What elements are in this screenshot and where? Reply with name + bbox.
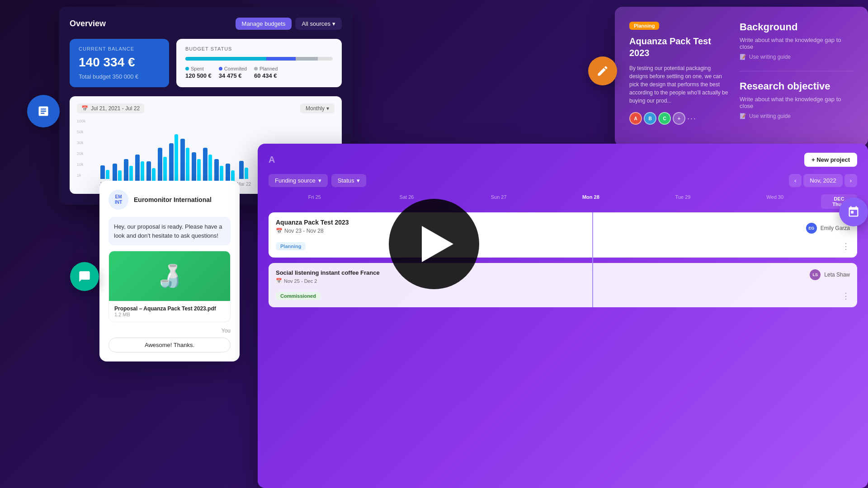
project-1-menu[interactable]: ⋮ [842,241,850,251]
project-1-title: Aquanza Pack Test 2023 [276,219,349,226]
status-filter[interactable]: Status ▾ [331,174,367,187]
chat-icon [78,270,91,283]
float-icon-reports[interactable] [27,95,60,127]
float-icon-edit[interactable] [588,56,617,85]
avatar-1: A [629,112,642,125]
project-title: Aquanza Pack Test 2023 [629,35,729,59]
day-sun27: Sun 27 [453,194,545,209]
day-wed30: Wed 30 [729,194,821,209]
project-card-2: Social listening instant coffee France 📅… [269,263,857,307]
prev-month-button[interactable]: ‹ [789,174,802,187]
gantt-title: A [269,155,275,165]
chat-message: Hey, our proposal is ready. Please have … [108,217,231,245]
legend-planned: Planned 60 434 € [254,66,278,79]
reply-button[interactable]: Awesome! Thanks. [108,338,231,352]
gantt-body: Aquanza Pack Test 2023 📅 Nov 23 - Nov 28… [269,212,857,307]
assignee-avatar-2: LS [810,269,821,280]
overview-title: Overview [70,19,106,28]
attachment-name: Proposal – Aquanza Pack Test 2023.pdf [114,305,225,312]
project-2-menu[interactable]: ⋮ [842,291,850,301]
overview-header: Overview Manage budgets All sources ▾ [70,18,342,30]
manage-budgets-button[interactable]: Manage budgets [236,18,292,30]
balance-section: CURRENT BALANCE 140 334 € Total budget 3… [70,39,342,87]
legend-spent: Spent 120 500 € [185,66,212,79]
date-range-badge: 📅 Jul 21, 2021 - Jul 22 [77,103,144,113]
assignee-avatar-1: EG [806,223,817,234]
budget-status-box: BUDGET STATUS Spent 120 500 € Commited 3… [176,39,342,87]
play-triangle-icon [422,226,453,262]
objective-desc: Write about what the knowledge gap to cl… [740,96,854,109]
chat-header: EMINT Euromonitor International [108,190,231,210]
project-2-date: 📅 Nov 25 - Dec 2 [276,278,380,284]
budget-legend: Spent 120 500 € Commited 34 475 € Planne… [185,66,333,79]
objective-title: Research objective [740,80,854,92]
research-panel: Planning Aquanza Pack Test 2023 By testi… [615,7,868,146]
day-tue29: Tue 29 [637,194,729,209]
reports-icon [37,105,50,117]
project-description: By testing our potential packaging desig… [629,64,729,105]
float-icon-chat[interactable] [70,262,99,291]
chat-attachment: 🍶 Proposal – Aquanza Pack Test 2023.pdf … [108,251,231,322]
day-mon28-today: Mon 28 [545,194,637,209]
objective-section: Research objective Write about what the … [740,80,854,119]
project-2-title: Social listening instant coffee France [276,269,380,276]
progress-committed [266,57,296,61]
project-card-1: Aquanza Pack Test 2023 📅 Nov 23 - Nov 28… [269,212,857,258]
research-sections: Background Write about what the knowledg… [740,21,854,132]
background-writing-guide[interactable]: 📝 Use writing guide [740,54,854,60]
gantt-nav: ‹ Nov, 2022 › [789,174,857,187]
gantt-filters: Funding source ▾ Status ▾ ‹ Nov, 2022 › [269,174,857,187]
today-line [592,212,593,307]
bottle-icon: 🍶 [156,263,183,289]
project-1-date: 📅 Nov 23 - Nov 28 [276,228,349,234]
project-card-1-header: Aquanza Pack Test 2023 📅 Nov 23 - Nov 28… [276,219,850,238]
you-label: You [222,328,231,334]
project-1-tag: Planning [276,242,306,250]
balance-label: CURRENT BALANCE [79,46,160,52]
chat-footer: You [108,328,231,334]
research-content: Planning Aquanza Pack Test 2023 By testi… [629,21,854,132]
company-name: Euromonitor International [134,196,212,203]
chart-header: 📅 Jul 21, 2021 - Jul 22 Monthly ▾ [77,103,335,113]
background-desc: Write about what the knowledge gap to cl… [740,37,854,50]
gantt-header: A + New project [269,153,857,167]
avatars-row: A B C + ··· [629,112,729,125]
new-project-button[interactable]: + New project [804,153,857,167]
attachment-size: 1.2 MB [114,312,225,317]
objective-writing-guide[interactable]: 📝 Use writing guide [740,113,854,119]
balance-box: CURRENT BALANCE 140 334 € Total budget 3… [70,39,169,87]
overview-buttons: Manage budgets All sources ▾ [236,18,342,30]
project-2-tag: Commissioned [276,292,321,300]
attachment-info: Proposal – Aquanza Pack Test 2023.pdf 1.… [109,301,230,322]
balance-amount: 140 334 € [79,55,160,70]
monthly-button[interactable]: Monthly ▾ [300,103,335,113]
progress-planned [296,57,318,61]
current-month: Nov, 2022 [803,174,842,187]
float-icon-calendar[interactable] [839,197,868,226]
chat-panel: EMINT Euromonitor International Hey, our… [99,181,240,361]
attachment-image: 🍶 [109,251,230,301]
research-project-info: Planning Aquanza Pack Test 2023 By testi… [629,21,729,132]
gantt-panel: A + New project Funding source ▾ Status … [258,144,868,488]
budget-status-label: BUDGET STATUS [185,46,333,52]
planning-badge: Planning [629,22,659,30]
more-options[interactable]: ··· [687,114,697,123]
total-budget: Total budget 350 000 € [79,73,160,80]
progress-spent [185,57,266,61]
legend-committed: Commited 34 475 € [219,66,247,79]
background-title: Background [740,21,854,33]
day-fri25: Fri 25 [269,194,361,209]
play-button[interactable] [389,199,479,289]
avatar-plus[interactable]: + [673,112,685,125]
edit-icon [596,65,609,77]
avatar-3: C [658,112,671,125]
calendar-icon [847,206,860,218]
assignee-name-2: Leta Shaw [824,272,850,278]
funding-source-filter[interactable]: Funding source ▾ [269,174,328,187]
divider [740,71,854,71]
all-sources-button[interactable]: All sources ▾ [295,18,342,30]
next-month-button[interactable]: › [844,174,857,187]
assignee-name-1: Emily Garza [821,225,850,231]
progress-bar [185,57,333,61]
avatar-2: B [644,112,656,125]
